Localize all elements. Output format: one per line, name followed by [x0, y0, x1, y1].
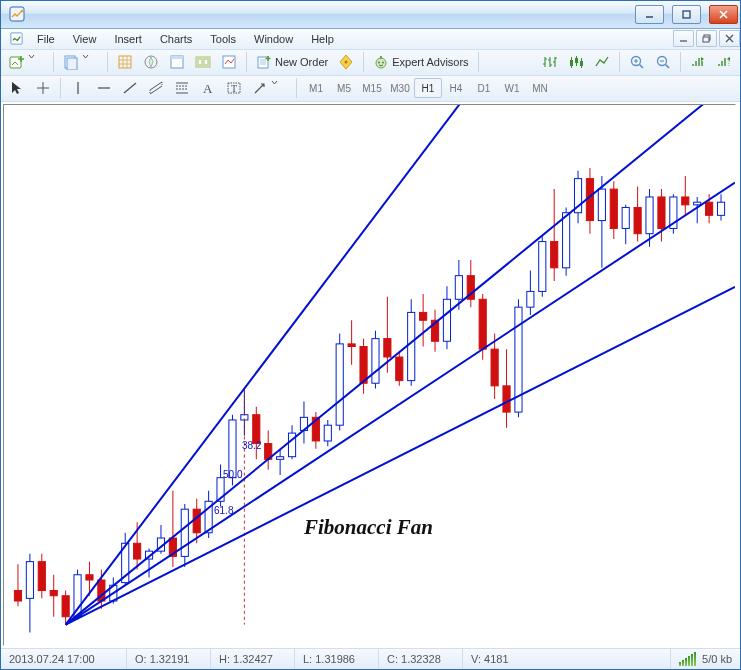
auto-scroll-button[interactable] [686, 51, 710, 73]
svg-rect-73 [134, 543, 141, 559]
separator [246, 52, 247, 72]
svg-rect-7 [703, 37, 709, 42]
timeframe-group: M1M5M15M30H1H4D1W1MN [302, 78, 554, 98]
svg-rect-143 [551, 241, 558, 267]
bar-chart-button[interactable] [538, 51, 562, 73]
chart-area[interactable]: 38.2 50.0 61.8 Fibonacci Fan [3, 104, 736, 647]
terminal-button[interactable] [191, 51, 215, 73]
chart-shift-button[interactable] [712, 51, 736, 73]
toolbar-main: New Order Expert Advisors [1, 50, 740, 76]
svg-rect-14 [171, 56, 183, 59]
new-chart-button[interactable] [5, 51, 48, 73]
svg-rect-0 [10, 7, 24, 21]
svg-rect-169 [706, 202, 713, 215]
svg-line-34 [666, 65, 670, 69]
svg-line-40 [124, 83, 136, 93]
svg-rect-17 [204, 59, 208, 65]
text-button[interactable]: A [196, 77, 220, 99]
mdi-close-button[interactable] [719, 30, 740, 47]
svg-rect-22 [380, 56, 382, 59]
menu-view[interactable]: View [64, 31, 106, 47]
menu-tools[interactable]: Tools [201, 31, 245, 47]
horizontal-line-button[interactable] [92, 77, 116, 99]
svg-rect-151 [598, 189, 605, 220]
svg-rect-4 [11, 33, 22, 44]
svg-rect-57 [38, 561, 45, 590]
status-network: 5/0 kb [671, 649, 740, 669]
separator [363, 52, 364, 72]
titlebar [1, 1, 740, 29]
chevron-down-icon [82, 54, 98, 70]
market-watch-button[interactable] [113, 51, 137, 73]
fibonacci-button[interactable] [170, 77, 194, 99]
svg-point-24 [382, 62, 384, 64]
vertical-line-button[interactable] [66, 77, 90, 99]
chevron-down-icon [28, 54, 44, 70]
timeframe-h1[interactable]: H1 [414, 78, 442, 98]
menu-insert[interactable]: Insert [105, 31, 151, 47]
svg-rect-53 [14, 590, 21, 600]
timeframe-m30[interactable]: M30 [386, 78, 414, 98]
metaquotes-button[interactable] [334, 51, 358, 73]
channel-button[interactable] [144, 77, 168, 99]
minimize-button[interactable] [635, 5, 664, 24]
zoom-out-button[interactable] [651, 51, 675, 73]
navigator-button[interactable] [139, 51, 163, 73]
timeframe-m1[interactable]: M1 [302, 78, 330, 98]
zoom-in-button[interactable] [625, 51, 649, 73]
trendline-button[interactable] [118, 77, 142, 99]
mdi-minimize-button[interactable] [673, 30, 694, 47]
menu-file[interactable]: File [28, 31, 64, 47]
fib-label-618: 61.8 [214, 505, 233, 516]
text-label-button[interactable]: T [222, 77, 246, 99]
timeframe-m15[interactable]: M15 [358, 78, 386, 98]
toolbar-objects: A T M1M5M15M30H1H4D1W1MN [1, 76, 740, 102]
candlestick-button[interactable] [564, 51, 588, 73]
menubar: File View Insert Charts Tools Window Hel… [1, 29, 740, 50]
strategy-tester-button[interactable] [217, 51, 241, 73]
status-close: C: 1.32328 [379, 649, 463, 669]
status-open: O: 1.32191 [127, 649, 211, 669]
timeframe-h4[interactable]: H4 [442, 78, 470, 98]
maximize-button[interactable] [672, 5, 701, 24]
svg-line-42 [150, 86, 162, 94]
mdi-restore-button[interactable] [696, 30, 717, 47]
timeframe-m5[interactable]: M5 [330, 78, 358, 98]
svg-line-176 [66, 287, 735, 625]
annotation-text: Fibonacci Fan [304, 515, 433, 540]
separator [107, 52, 108, 72]
svg-rect-18 [223, 56, 235, 68]
timeframe-mn[interactable]: MN [526, 78, 554, 98]
svg-rect-81 [181, 509, 188, 556]
crosshair-button[interactable] [31, 77, 55, 99]
svg-rect-65 [86, 574, 93, 579]
menu-help[interactable]: Help [302, 31, 343, 47]
cursor-button[interactable] [5, 77, 29, 99]
arrows-button[interactable] [248, 77, 291, 99]
signal-bars-icon [679, 652, 696, 666]
new-order-button[interactable]: New Order [252, 51, 332, 73]
svg-rect-141 [539, 241, 546, 291]
separator [53, 52, 54, 72]
data-window-button[interactable] [165, 51, 189, 73]
status-volume: V: 4181 [463, 649, 671, 669]
menu-charts[interactable]: Charts [151, 31, 201, 47]
expert-advisors-label: Expert Advisors [392, 56, 468, 68]
line-chart-button[interactable] [590, 51, 614, 73]
svg-rect-121 [420, 312, 427, 320]
chart-canvas [4, 105, 735, 646]
timeframe-d1[interactable]: D1 [470, 78, 498, 98]
separator [680, 52, 681, 72]
close-button[interactable] [709, 5, 738, 24]
svg-point-1 [21, 10, 24, 13]
svg-rect-165 [682, 197, 689, 205]
chevron-down-icon [271, 80, 287, 96]
svg-rect-135 [503, 386, 510, 412]
expert-advisors-button[interactable]: Expert Advisors [369, 51, 472, 73]
svg-rect-105 [324, 425, 331, 441]
menu-window[interactable]: Window [245, 31, 302, 47]
profiles-button[interactable] [59, 51, 102, 73]
separator [60, 78, 61, 98]
timeframe-w1[interactable]: W1 [498, 78, 526, 98]
svg-rect-119 [408, 312, 415, 380]
